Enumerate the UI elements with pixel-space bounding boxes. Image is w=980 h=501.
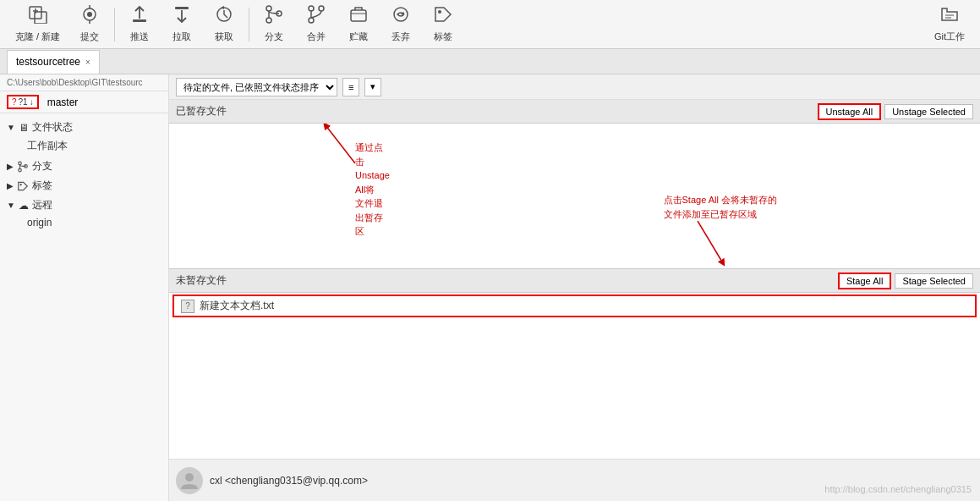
sidebar-section-branch[interactable]: ▶ 分支 — [0, 156, 168, 175]
file-row[interactable]: ? 新建文本文档.txt — [172, 295, 977, 317]
tag-expand-icon: ▶ — [7, 181, 14, 190]
svg-point-24 — [19, 162, 22, 165]
content-area: 待定的文件, 已依照文件状态排序 ≡ ▾ 已暂存文件 Unstage All U… — [169, 74, 980, 501]
stash-icon — [348, 5, 369, 29]
branch-expand-icon: ▶ — [7, 162, 14, 171]
main-layout: C:\Users\bob\Desktop\GIT\testsourc ? ?1 … — [0, 74, 980, 501]
file-sort-select[interactable]: 待定的文件, 已依照文件状态排序 — [176, 78, 337, 96]
sidebar: C:\Users\bob\Desktop\GIT\testsourc ? ?1 … — [0, 74, 169, 501]
branch-section-label: 分支 — [32, 159, 52, 173]
tab-close-icon[interactable]: × — [85, 58, 90, 67]
staged-panel-title: 已暂存文件 — [176, 104, 814, 118]
staged-panel: 已暂存文件 Unstage All Unstage Selected 通过点击U… — [169, 100, 980, 269]
sidebar-branch-row: ? ?1 ↓ master — [0, 91, 168, 113]
tab-testsourcetree[interactable]: testsourcetree × — [7, 50, 100, 74]
branch-section-icon — [17, 160, 29, 173]
fetch-icon — [214, 5, 234, 29]
svg-rect-19 — [351, 10, 366, 21]
push-icon — [129, 5, 150, 29]
svg-point-25 — [19, 168, 22, 172]
toolbar-git-workspace-label: Git工作 — [934, 30, 965, 43]
toolbar-branch-label: 分支 — [265, 30, 283, 43]
unstage-all-btn[interactable]: Unstage All — [818, 103, 882, 120]
toolbar-commit[interactable]: 提交 — [68, 2, 111, 47]
toolbar-pull-label: 拉取 — [172, 30, 191, 43]
monitor-icon: 🖥 — [19, 122, 29, 134]
toolbar-merge-label: 合并 — [307, 30, 326, 43]
tag-section-label: 标签 — [32, 179, 52, 193]
remote-expand-icon: ▼ — [7, 201, 15, 210]
toolbar-push[interactable]: 推送 — [118, 2, 161, 47]
file-status-icon: ? — [181, 300, 194, 313]
toolbar-clone-label: 克隆 / 新建 — [15, 30, 60, 43]
branch-name: master — [47, 96, 79, 108]
tag-section-icon — [17, 179, 29, 192]
annotation-unstage-arrow — [313, 124, 381, 168]
sidebar-repo-path: C:\Users\bob\Desktop\GIT\testsourc — [0, 74, 168, 91]
list-view-btn[interactable]: ≡ — [342, 78, 359, 96]
sidebar-section-file-status[interactable]: ▼ 🖥 文件状态 — [0, 117, 168, 136]
author-avatar — [176, 467, 203, 494]
toolbar-git-workspace[interactable]: Git工作 — [926, 2, 973, 47]
list-icon: ≡ — [348, 82, 353, 92]
sidebar-child-working-copy[interactable]: 工作副本 — [0, 136, 168, 156]
remote-section-label: 远程 — [32, 198, 52, 212]
commit-icon — [79, 5, 100, 29]
unstage-selected-btn[interactable]: Unstage Selected — [884, 104, 973, 119]
author-bar: cxl <chengliang0315@vip.qq.com> http://b… — [169, 459, 980, 501]
branch-arrow-icon: ↓ — [30, 97, 34, 107]
svg-point-5 — [87, 12, 92, 17]
svg-point-12 — [266, 18, 271, 23]
svg-rect-8 — [133, 19, 146, 22]
stage-all-btn[interactable]: Stage All — [838, 273, 891, 289]
svg-rect-9 — [175, 7, 189, 9]
toolbar-clone-new[interactable]: 克隆 / 新建 — [7, 2, 68, 47]
svg-rect-1 — [35, 12, 47, 24]
tab-title: testsourcetree — [16, 56, 80, 68]
expand-arrow-icon: ▼ — [7, 123, 15, 132]
pull-icon — [172, 5, 192, 29]
toolbar-commit-label: 提交 — [80, 30, 99, 43]
toolbar-discard[interactable]: 丢弃 — [380, 2, 422, 47]
unstaged-panel-title: 未暂存文件 — [176, 273, 835, 288]
empty-space — [169, 319, 980, 459]
branch-badge: ? ?1 ↓ — [7, 95, 39, 109]
toolbar-divider1 — [114, 8, 115, 41]
toolbar-push-label: 推送 — [130, 30, 149, 43]
toolbar-tag[interactable]: 标签 — [422, 2, 464, 47]
toolbar: 克隆 / 新建 提交 推送 拉取 获取 分支 合并 — [0, 0, 980, 49]
cloud-icon: ☁ — [19, 200, 29, 212]
toolbar-divider2 — [249, 8, 249, 41]
dropdown-btn[interactable]: ▾ — [364, 78, 381, 96]
toolbar-stash-label: 贮藏 — [349, 30, 368, 43]
svg-point-15 — [319, 6, 324, 11]
toolbar-stash[interactable]: 贮藏 — [337, 2, 380, 47]
branch-badge-count: ?1 — [19, 97, 28, 107]
svg-point-28 — [20, 184, 22, 185]
toolbar-fetch[interactable]: 获取 — [203, 2, 245, 47]
unstaged-file-list: ? 新建文本文档.txt — [169, 293, 980, 319]
svg-point-16 — [309, 18, 314, 23]
clone-icon — [28, 5, 48, 29]
toolbar-tag-label: 标签 — [434, 30, 452, 43]
unstaged-panel-header: 未暂存文件 Stage All Stage Selected 点击Stage A… — [169, 269, 980, 293]
unstaged-panel: 未暂存文件 Stage All Stage Selected 点击Stage A… — [169, 269, 980, 319]
dropdown-arrow-icon: ▾ — [370, 81, 375, 91]
staged-panel-content: 通过点击Unstage All将 文件退出暂存区 — [169, 124, 980, 268]
stage-selected-btn[interactable]: Stage Selected — [895, 273, 973, 289]
staged-panel-header: 已暂存文件 Unstage All Unstage Selected — [169, 100, 980, 124]
tabbar: testsourcetree × — [0, 49, 980, 74]
toolbar-discard-label: 丢弃 — [391, 30, 410, 43]
toolbar-pull[interactable]: 拉取 — [161, 2, 203, 47]
tag-icon — [433, 5, 453, 29]
panels-area: 已暂存文件 Unstage All Unstage Selected 通过点击U… — [169, 100, 980, 459]
toolbar-fetch-label: 获取 — [215, 30, 233, 43]
sidebar-child-origin[interactable]: origin — [0, 214, 168, 231]
filter-bar: 待定的文件, 已依照文件状态排序 ≡ ▾ — [169, 74, 980, 100]
toolbar-merge[interactable]: 合并 — [295, 2, 337, 47]
svg-point-31 — [185, 473, 194, 482]
merge-icon — [306, 5, 326, 29]
toolbar-branch[interactable]: 分支 — [253, 2, 295, 47]
sidebar-section-remote[interactable]: ▼ ☁ 远程 — [0, 195, 168, 214]
sidebar-section-tag[interactable]: ▶ 标签 — [0, 175, 168, 195]
